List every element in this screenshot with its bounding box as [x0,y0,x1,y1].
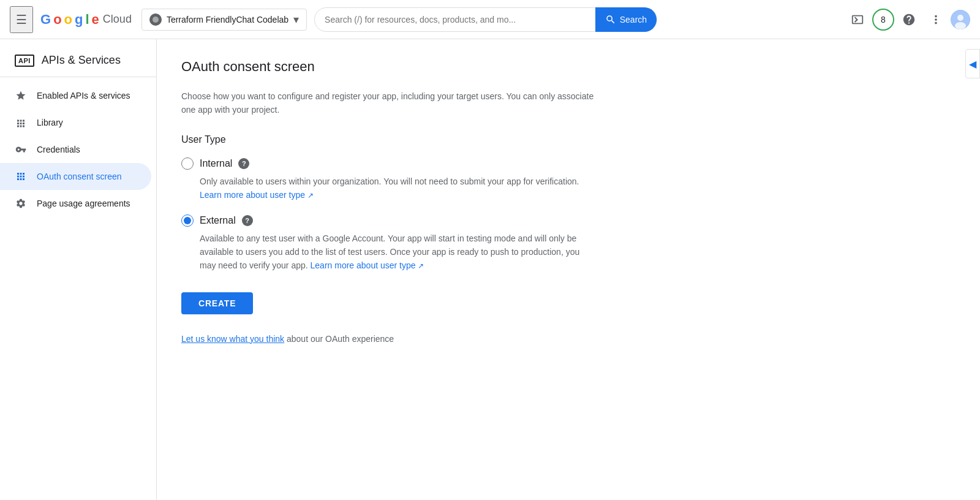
sidebar-item-page-usage[interactable]: Page usage agreements [0,190,151,217]
external-learn-more-link[interactable]: Learn more about user type ↗ [311,260,424,270]
feedback-link[interactable]: Let us know what you think [181,334,284,344]
create-button[interactable]: CREATE [181,292,253,314]
sidebar-item-oauth-consent[interactable]: OAuth consent screen [0,163,151,190]
sidebar-item-enabled-apis[interactable]: Enabled APIs & services [0,82,151,109]
sidebar-title: APIs & Services [42,54,121,67]
more-options-btn[interactable] [924,7,948,32]
project-dot-icon [149,13,162,26]
dots-grid-icon [15,170,27,183]
top-navigation: ☰ Google Cloud Terraform FriendlyChat Co… [0,0,980,39]
grid-icon [15,116,27,129]
section-title: User Type [181,134,956,145]
dropdown-arrow-icon: ▾ [293,13,299,26]
terminal-icon-btn[interactable] [845,7,870,32]
help-icon [902,13,916,26]
api-badge: API [15,55,34,67]
external-help-icon[interactable]: ? [242,215,253,226]
settings-icon [15,197,27,210]
search-button[interactable]: Search [595,7,657,32]
sidebar-header: API APIs & Services [0,44,156,77]
svg-point-1 [957,15,963,21]
internal-radio[interactable] [181,157,194,170]
hamburger-menu[interactable]: ☰ [10,6,33,33]
feedback-text: Let us know what you think about our OAu… [181,334,956,344]
internal-learn-more-link[interactable]: Learn more about user type ↗ [200,190,314,200]
collapse-sidebar-btn[interactable]: ◀ [965,49,980,78]
external-label[interactable]: External [200,215,236,226]
user-type-radio-group: Internal ? Only available to users withi… [181,157,956,273]
external-description: Available to any test user with a Google… [200,232,592,273]
sidebar-item-credentials[interactable]: Credentials [0,136,151,163]
search-icon [605,14,616,25]
user-avatar[interactable] [951,10,970,29]
search-input[interactable] [325,15,595,25]
internal-label[interactable]: Internal [200,158,232,169]
terminal-icon [851,13,864,26]
external-option: External ? Available to any test user wi… [181,214,956,273]
notification-badge[interactable]: 8 [872,9,894,31]
internal-help-icon[interactable]: ? [238,158,249,169]
sidebar-item-label: Library [37,118,63,127]
sidebar-item-library[interactable]: Library [0,109,151,136]
main-content: OAuth consent screen Choose how you want… [157,39,980,500]
avatar-image [951,10,970,29]
notification-count: 8 [881,15,886,25]
search-btn-label: Search [620,15,647,25]
sidebar-item-label: Enabled APIs & services [37,91,130,100]
internal-option: Internal ? Only available to users withi… [181,157,956,202]
page-title: OAuth consent screen [181,59,956,75]
sidebar-item-label: OAuth consent screen [37,172,122,181]
nav-icons: 8 [845,7,970,32]
search-bar: Search [314,7,657,32]
page-description: Choose how you want to configure and reg… [181,89,610,117]
external-radio[interactable] [181,214,194,227]
star-icon [15,89,27,102]
internal-description: Only available to users within your orga… [200,175,592,202]
sidebar: API APIs & Services Enabled APIs & servi… [0,39,157,500]
sidebar-item-label: Credentials [37,145,80,154]
sidebar-item-label: Page usage agreements [37,199,130,208]
help-icon-btn[interactable] [897,7,921,32]
project-name: Terraform FriendlyChat Codelab [167,15,288,25]
google-logo: Google Cloud [40,12,132,28]
more-vert-icon [929,13,943,26]
project-selector[interactable]: Terraform FriendlyChat Codelab ▾ [141,9,307,31]
key-icon [15,143,27,156]
svg-point-2 [955,22,966,29]
